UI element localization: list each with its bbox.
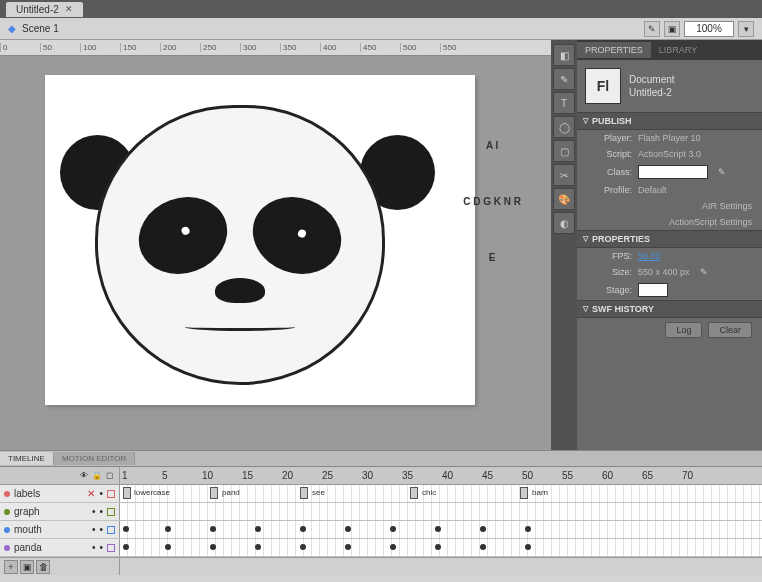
document-tab[interactable]: Untitled-2 ✕: [6, 2, 83, 17]
script-value[interactable]: ActionScript 3.0: [638, 149, 701, 159]
layer-row[interactable]: mouth••: [0, 521, 762, 539]
tab-title: Untitled-2: [16, 4, 59, 15]
layer-row[interactable]: labels✕• lowercase pand see chic barn: [0, 485, 762, 503]
scene-name[interactable]: Scene 1: [22, 23, 59, 34]
eye-icon[interactable]: 👁: [79, 471, 89, 481]
panda-graphic[interactable]: [45, 75, 475, 405]
history-header[interactable]: SWF HISTORY: [577, 300, 762, 318]
stage-color-swatch[interactable]: [638, 283, 668, 297]
tool-icon[interactable]: ✎: [553, 68, 575, 90]
layer-controls: + ▣ 🗑: [0, 558, 120, 575]
publish-header[interactable]: PUBLISH: [577, 112, 762, 130]
layer-frames[interactable]: [120, 539, 762, 556]
panda-head: [95, 105, 385, 385]
new-layer-icon[interactable]: +: [4, 560, 18, 574]
panda-eye-left: [128, 185, 238, 286]
panda-eye-right: [242, 185, 352, 286]
fps-value[interactable]: 50.00: [638, 251, 661, 261]
layer-row[interactable]: panda••: [0, 539, 762, 557]
edit-size-icon[interactable]: ✎: [700, 267, 708, 277]
layer-row[interactable]: graph••: [0, 503, 762, 521]
class-input[interactable]: [638, 165, 708, 179]
panda-nose: [215, 278, 265, 303]
properties-panel: PROPERTIES LIBRARY Fl Document Untitled-…: [577, 40, 762, 450]
layer-frames[interactable]: [120, 503, 762, 520]
side-toolbar: ◧ ✎ T ◯ ▢ ✂ 🎨 ◐: [551, 40, 577, 450]
profile-value[interactable]: Default: [638, 185, 667, 195]
titlebar: Untitled-2 ✕: [0, 0, 762, 18]
tool-icon[interactable]: ◧: [553, 44, 575, 66]
log-button[interactable]: Log: [665, 322, 702, 338]
clear-button[interactable]: Clear: [708, 322, 752, 338]
panda-mouth: [185, 323, 295, 331]
zoom-input[interactable]: 100%: [684, 21, 734, 37]
tab-motion-editor[interactable]: MOTION EDITOR: [54, 452, 135, 465]
symbol-edit-icon[interactable]: ✎: [644, 21, 660, 37]
timeline-ruler[interactable]: 1510152025303540455055606570: [120, 467, 762, 484]
edit-class-icon[interactable]: ✎: [718, 167, 726, 177]
tab-properties[interactable]: PROPERTIES: [577, 42, 651, 58]
float-labels: A I C D G K N R E: [463, 140, 521, 263]
tool-icon[interactable]: ▢: [553, 140, 575, 162]
player-value[interactable]: Flash Player 10: [638, 133, 701, 143]
tool-icon[interactable]: 🎨: [553, 188, 575, 210]
tab-timeline[interactable]: TIMELINE: [0, 452, 54, 465]
new-folder-icon[interactable]: ▣: [20, 560, 34, 574]
scene-icon: ◆: [8, 23, 16, 34]
tool-icon[interactable]: T: [553, 92, 575, 114]
tab-library[interactable]: LIBRARY: [651, 42, 705, 58]
canvas-area[interactable]: 050100150200250300350400450500550 A I C …: [0, 40, 551, 450]
layer-frames[interactable]: lowercase pand see chic barn: [120, 485, 762, 502]
timeline-footer: [120, 558, 762, 575]
label-c: E: [489, 252, 496, 263]
lock-icon[interactable]: 🔒: [92, 471, 102, 481]
outline-icon[interactable]: ▢: [105, 471, 115, 481]
timeline-layers: labels✕• lowercase pand see chic barn gr…: [0, 485, 762, 557]
doc-name: Untitled-2: [629, 87, 675, 98]
as-settings-link[interactable]: ActionScript Settings: [669, 217, 752, 227]
label-a: A I: [486, 140, 498, 151]
zoom-dropdown-icon[interactable]: ▾: [738, 21, 754, 37]
layer-frames[interactable]: [120, 521, 762, 538]
size-value[interactable]: 550 x 400 px: [638, 267, 690, 277]
air-settings-link[interactable]: AIR Settings: [702, 201, 752, 211]
tool-icon[interactable]: ✂: [553, 164, 575, 186]
tool-icon[interactable]: ◯: [553, 116, 575, 138]
delete-layer-icon[interactable]: 🗑: [36, 560, 50, 574]
tool-icon[interactable]: ◐: [553, 212, 575, 234]
doc-type: Document: [629, 74, 675, 85]
label-b: C D G K N R: [463, 196, 521, 207]
scene-bar: ◆ Scene 1 ✎ ▣ 100% ▾: [0, 18, 762, 40]
main-area: 050100150200250300350400450500550 A I C …: [0, 40, 762, 450]
fl-icon: Fl: [585, 68, 621, 104]
ruler-horizontal: 050100150200250300350400450500550: [0, 40, 551, 56]
properties-header[interactable]: PROPERTIES: [577, 230, 762, 248]
timeline-panel: TIMELINE MOTION EDITOR 👁 🔒 ▢ 15101520253…: [0, 450, 762, 582]
layer-header: 👁 🔒 ▢: [0, 467, 120, 484]
close-icon[interactable]: ✕: [65, 4, 73, 14]
scene-select-icon[interactable]: ▣: [664, 21, 680, 37]
stage[interactable]: [45, 75, 475, 405]
